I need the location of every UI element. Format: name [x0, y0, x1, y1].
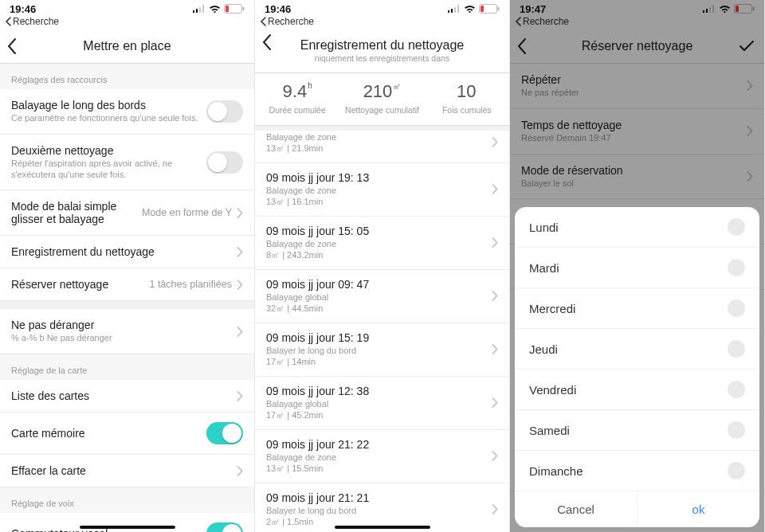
status-icons [448, 4, 500, 14]
log-title: 09 mois jj jour 09: 47 [266, 278, 492, 291]
screen-settings: 19:46 Recherche Mettre en place Réglages… [0, 0, 255, 532]
cellular-signal-icon [448, 5, 461, 13]
status-bar: 19:46 [0, 0, 254, 16]
chevron-right-icon [237, 247, 243, 257]
row-title: Ne pas déranger [11, 319, 237, 331]
log-type: Balayage de zone [266, 452, 492, 462]
page-title: Enregistrement du nettoyage [300, 38, 464, 53]
day-option[interactable]: Jeudi [515, 329, 759, 370]
row-memory-map[interactable]: Carte mémoire [0, 413, 254, 455]
row-map-list[interactable]: Liste des cartes [0, 380, 254, 413]
log-type: Balayer le long du bord [266, 346, 492, 355]
day-option[interactable]: Mardi [515, 248, 759, 288]
sheet-actions: Cancel ok [515, 491, 759, 527]
chevron-right-icon [492, 184, 498, 194]
chevron-left-icon [6, 37, 18, 55]
svg-rect-7 [448, 10, 449, 13]
log-type: Balayage global [266, 292, 492, 302]
row-sub: % a-% b Ne pas déranger [11, 333, 237, 344]
stat-label: Nettoyage cumulatif [339, 105, 424, 115]
home-indicator[interactable] [80, 526, 175, 529]
log-row[interactable]: 09 mois jj jour 09: 47Balayage global32㎡… [255, 270, 509, 323]
breadcrumb[interactable]: Recherche [0, 16, 254, 29]
chevron-right-icon [492, 397, 498, 408]
settings-list[interactable]: Réglages des raccourcis Balayage le long… [0, 64, 254, 532]
breadcrumb-label: Recherche [268, 16, 314, 27]
svg-rect-3 [202, 5, 204, 13]
back-button[interactable] [261, 33, 273, 51]
day-picker-sheet: LundiMardiMercrediJeudiVendrediSamediDim… [515, 207, 759, 527]
log-row[interactable]: 09 mois jj jour 19: 13Balayage de zone13… [255, 163, 509, 217]
toggle-memory-map[interactable] [206, 422, 243, 444]
day-label: Jeudi [529, 342, 558, 356]
svg-rect-10 [457, 5, 459, 13]
stats-row: 9.4h Durée cumulée 210㎡ Nettoyage cumula… [255, 73, 509, 126]
day-option[interactable]: Samedi [515, 410, 759, 451]
day-label: Mercredi [529, 302, 575, 315]
stat-unit: ㎡ [393, 82, 401, 91]
log-meta: 8㎡ | 243.2min [266, 249, 492, 261]
row-reserve-cleaning[interactable]: Réserver nettoyage 1 tâches planifiées [0, 268, 254, 301]
row-title: Carte mémoire [11, 427, 206, 440]
log-meta: 17㎡ | 45.2min [266, 409, 492, 421]
section-gap [0, 301, 254, 309]
row-dnd[interactable]: Ne pas déranger % a-% b Ne pas déranger [0, 309, 254, 354]
row-edge-sweep[interactable]: Balayage le long des bords Ce paramètre … [0, 89, 254, 135]
log-row[interactable]: 09 mois jj jour 15: 05Balayage de zone8㎡… [255, 217, 509, 270]
log-title: 09 mois jj jour 15: 19 [266, 331, 492, 344]
log-row[interactable]: 09 mois jj jour 15: 19Balayer le long du… [255, 323, 509, 377]
row-mop-mode[interactable]: Mode de balai simple glisser et balayage… [0, 190, 254, 236]
day-option[interactable]: Vendredi [515, 370, 759, 410]
chevron-left-icon [260, 17, 266, 26]
day-option[interactable]: Dimanche [515, 451, 759, 491]
battery-low-icon [224, 4, 245, 14]
day-option[interactable]: Mercredi [515, 288, 759, 329]
row-title: Liste des cartes [11, 389, 237, 402]
status-bar: 19:46 [255, 0, 509, 16]
stat-area: 210㎡ Nettoyage cumulatif [339, 81, 424, 115]
toggle-voice[interactable] [206, 522, 243, 532]
log-meta: 17㎡ | 14min [266, 356, 492, 368]
log-meta: 13㎡ | 15.5min [266, 463, 492, 475]
chevron-left-icon [5, 17, 11, 26]
ok-button[interactable]: ok [638, 491, 759, 527]
screen-reserve-cleaning: 19:47 Recherche Réserver nettoyage Rép [510, 0, 765, 532]
log-row[interactable]: 09 mois jj jour 21: 21Balayer le long du… [255, 483, 509, 532]
chevron-right-icon [492, 237, 498, 248]
row-title: Mode de balai simple glisser et balayage [11, 200, 142, 225]
nav-header: Enregistrement du nettoyage niquement le… [255, 29, 509, 73]
svg-rect-5 [243, 7, 245, 11]
row-voice-switch[interactable]: Commutateur vocal [0, 513, 254, 532]
row-second-clean[interactable]: Deuxième nettoyage Répéter l'aspiration … [0, 135, 254, 191]
log-row[interactable]: Balayage de zone13㎡ | 21.9min [255, 131, 509, 163]
chevron-right-icon [237, 391, 243, 401]
stat-value: 9.4 [283, 81, 308, 101]
chevron-right-icon [492, 344, 498, 354]
row-erase-map[interactable]: Effacer la carte [0, 455, 254, 487]
radio-unchecked-icon [728, 218, 745, 236]
log-title: 09 mois jj jour 15: 05 [266, 225, 492, 237]
log-row[interactable]: 09 mois jj jour 21: 22Balayage de zone13… [255, 430, 509, 483]
cleaning-log-list[interactable]: Balayage de zone13㎡ | 21.9min09 mois jj … [255, 131, 509, 532]
toggle-second-clean[interactable] [206, 151, 243, 174]
chevron-right-icon [237, 466, 243, 476]
row-title: Balayage le long des bords [11, 99, 206, 111]
stat-label: Fois cumulés [425, 105, 509, 115]
radio-unchecked-icon [728, 421, 745, 439]
cancel-button[interactable]: Cancel [515, 491, 638, 527]
stat-times: 10 Fois cumulés [425, 81, 509, 115]
log-type: Balayage de zone [266, 132, 492, 142]
row-cleaning-record[interactable]: Enregistrement du nettoyage [0, 236, 254, 268]
back-button[interactable] [6, 29, 18, 63]
toggle-edge-sweep[interactable] [206, 100, 243, 123]
breadcrumb[interactable]: Recherche [255, 16, 509, 29]
log-type: Balayage global [266, 399, 492, 409]
row-title: Deuxième nettoyage [11, 144, 206, 157]
log-row[interactable]: 09 mois jj jour 12: 38Balayage global17㎡… [255, 377, 509, 430]
log-meta: 13㎡ | 21.9min [266, 143, 492, 155]
day-option[interactable]: Lundi [515, 207, 759, 248]
radio-unchecked-icon [728, 299, 745, 317]
radio-unchecked-icon [728, 462, 745, 479]
row-title: Réserver nettoyage [11, 278, 149, 291]
home-indicator[interactable] [335, 526, 430, 529]
